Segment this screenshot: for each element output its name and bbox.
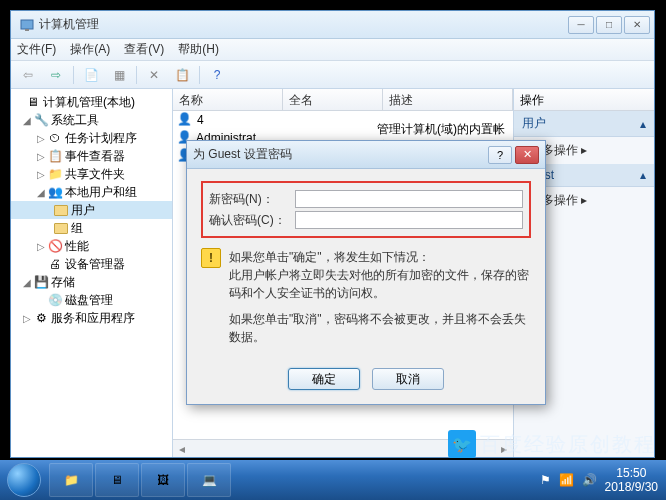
tree-scheduler[interactable]: ▷⏲任务计划程序 — [11, 129, 172, 147]
highlight-box: 新密码(N)： 确认密码(C)： — [201, 181, 531, 238]
disk-icon: 💿 — [47, 292, 63, 308]
tray-sound-icon[interactable]: 🔊 — [582, 473, 597, 487]
twitter-icon: 🐦 — [448, 430, 476, 458]
cancel-button[interactable]: 取消 — [372, 368, 444, 390]
menu-action[interactable]: 操作(A) — [70, 41, 110, 58]
tree-eventviewer[interactable]: ▷📋事件查看器 — [11, 147, 172, 165]
actions-header: 操作 — [514, 89, 654, 111]
services-icon: ⚙ — [33, 310, 49, 326]
folder-icon — [53, 202, 69, 218]
taskbar-app[interactable]: 🖥 — [95, 463, 139, 497]
back-button[interactable]: ⇦ — [17, 64, 39, 86]
menu-file[interactable]: 文件(F) — [17, 41, 56, 58]
tree-services[interactable]: ▷⚙服务和应用程序 — [11, 309, 172, 327]
tree-systools[interactable]: ◢🔧系统工具 — [11, 111, 172, 129]
password-dialog: 为 Guest 设置密码 ? ✕ 新密码(N)： 确认密码(C)： ! 如果您单… — [186, 140, 546, 405]
perf-icon: 🚫 — [47, 238, 63, 254]
window-title: 计算机管理 — [39, 16, 568, 33]
tree-panel: 🖥计算机管理(本地) ◢🔧系统工具 ▷⏲任务计划程序 ▷📋事件查看器 ▷📁共享文… — [11, 89, 173, 457]
tray-flag-icon[interactable]: ⚑ — [540, 473, 551, 487]
arrow-icon: ▸ — [581, 143, 587, 157]
props-button[interactable]: ▦ — [108, 64, 130, 86]
menu-view[interactable]: 查看(V) — [124, 41, 164, 58]
svg-rect-0 — [21, 20, 33, 29]
ok-button[interactable]: 确定 — [288, 368, 360, 390]
help-button[interactable]: ? — [206, 64, 228, 86]
user-icon: 👤 — [177, 112, 193, 128]
tray-network-icon[interactable]: 📶 — [559, 473, 574, 487]
dialog-msg3: 如果您单击"取消"，密码将不会被更改，并且将不会丢失数据。 — [229, 310, 531, 346]
close-button[interactable]: ✕ — [515, 146, 539, 164]
tree-devicemgr[interactable]: 🖨设备管理器 — [11, 255, 172, 273]
actions-section-users[interactable]: 用户▴ — [514, 111, 654, 137]
dialog-msg1: 如果您单击"确定"，将发生如下情况： — [229, 248, 531, 266]
taskbar: 📁 🖥 🖼 💻 ⚑ 📶 🔊 15:50 2018/9/30 — [0, 460, 666, 500]
dialog-msg2: 此用户帐户将立即失去对他的所有加密的文件，保存的密码和个人安全证书的访问权。 — [229, 266, 531, 302]
titlebar[interactable]: 计算机管理 ─ □ ✕ — [11, 11, 654, 39]
computer-icon: 🖥 — [25, 94, 41, 110]
tree-localusers[interactable]: ◢👥本地用户和组 — [11, 183, 172, 201]
taskbar-explorer[interactable]: 📁 — [49, 463, 93, 497]
tree-performance[interactable]: ▷🚫性能 — [11, 237, 172, 255]
close-button[interactable]: ✕ — [624, 16, 650, 34]
new-password-input[interactable] — [295, 190, 523, 208]
dialog-title: 为 Guest 设置密码 — [193, 146, 485, 163]
windows-orb-icon — [7, 463, 41, 497]
scroll-left-icon[interactable]: ◂ — [173, 442, 191, 456]
col-fullname[interactable]: 全名 — [283, 89, 383, 110]
list-header: 名称 全名 描述 — [173, 89, 513, 111]
tools-icon: 🔧 — [33, 112, 49, 128]
menu-help[interactable]: 帮助(H) — [178, 41, 219, 58]
confirm-password-input[interactable] — [295, 211, 523, 229]
tree-storage[interactable]: ◢💾存储 — [11, 273, 172, 291]
tree-groups[interactable]: 组 — [11, 219, 172, 237]
folder-icon — [53, 220, 69, 236]
menubar: 文件(F) 操作(A) 查看(V) 帮助(H) — [11, 39, 654, 61]
tree-diskmgmt[interactable]: 💿磁盘管理 — [11, 291, 172, 309]
warning-icon: ! — [201, 248, 221, 268]
collapse-icon: ▴ — [640, 117, 646, 131]
help-button[interactable]: ? — [488, 146, 512, 164]
event-icon: 📋 — [47, 148, 63, 164]
share-icon: 📁 — [47, 166, 63, 182]
storage-icon: 💾 — [33, 274, 49, 290]
maximize-button[interactable]: □ — [596, 16, 622, 34]
clock-icon: ⏲ — [47, 130, 63, 146]
system-tray[interactable]: ⚑ 📶 🔊 15:50 2018/9/30 — [532, 460, 666, 500]
tree-users[interactable]: 用户 — [11, 201, 172, 219]
col-desc[interactable]: 描述 — [383, 89, 513, 110]
clock[interactable]: 15:50 2018/9/30 — [605, 466, 658, 495]
up-button[interactable]: 📄 — [80, 64, 102, 86]
minimize-button[interactable]: ─ — [568, 16, 594, 34]
toolbar: ⇦ ⇨ 📄 ▦ ✕ 📋 ? — [11, 61, 654, 89]
tree-sharedfolders[interactable]: ▷📁共享文件夹 — [11, 165, 172, 183]
refresh-button[interactable]: ✕ — [143, 64, 165, 86]
start-button[interactable] — [0, 460, 48, 500]
taskbar-app[interactable]: 🖼 — [141, 463, 185, 497]
taskbar-compmgmt[interactable]: 💻 — [187, 463, 231, 497]
watermark: 🐦 百度经验原创教程 — [448, 430, 656, 458]
collapse-icon: ▴ — [640, 168, 646, 182]
forward-button[interactable]: ⇨ — [45, 64, 67, 86]
export-button[interactable]: 📋 — [171, 64, 193, 86]
confirm-password-label: 确认密码(C)： — [209, 212, 295, 229]
device-icon: 🖨 — [47, 256, 63, 272]
col-name[interactable]: 名称 — [173, 89, 283, 110]
users-icon: 👥 — [47, 184, 63, 200]
dialog-titlebar[interactable]: 为 Guest 设置密码 ? ✕ — [187, 141, 545, 169]
arrow-icon: ▸ — [581, 193, 587, 207]
tree-root[interactable]: 🖥计算机管理(本地) — [11, 93, 172, 111]
new-password-label: 新密码(N)： — [209, 191, 295, 208]
svg-rect-1 — [25, 29, 29, 31]
app-icon — [19, 17, 35, 33]
